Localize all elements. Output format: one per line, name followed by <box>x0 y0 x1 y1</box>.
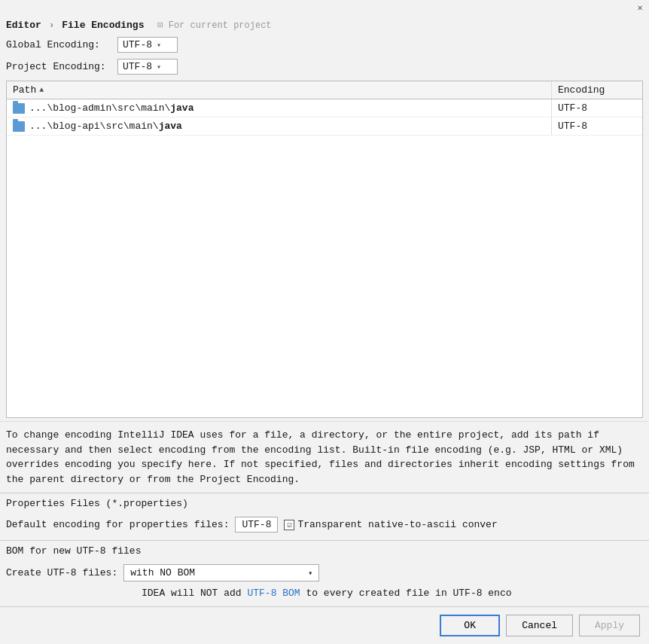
ok-button[interactable]: OK <box>440 615 500 636</box>
bom-note-highlight: UTF-8 BOM <box>247 588 300 599</box>
encoding-cell-2: UTF-8 <box>552 118 642 135</box>
properties-encoding-dropdown[interactable]: UTF-8 <box>235 517 278 533</box>
global-encoding-row: Global Encoding: UTF-8 ▾ <box>6 37 643 53</box>
table-row[interactable]: ...\blog-api\src\main\java UTF-8 <box>7 118 642 136</box>
close-button[interactable]: ✕ <box>634 2 646 14</box>
global-encoding-arrow: ▾ <box>157 41 161 50</box>
project-encoding-value: UTF-8 <box>123 61 152 72</box>
default-encoding-label: Default encoding for properties files: <box>6 519 229 530</box>
cancel-button[interactable]: Cancel <box>506 615 573 636</box>
transparent-checkbox-row: ☑ Transparent native-to-ascii conver <box>284 519 497 530</box>
transparent-label: Transparent native-to-ascii conver <box>297 519 497 530</box>
table-row[interactable]: ...\blog-admin\src\main\java UTF-8 <box>7 99 642 118</box>
bom-dropdown[interactable]: with NO BOM ▾ <box>123 564 319 581</box>
bom-section-title: BOM for new UTF-8 files <box>0 541 649 560</box>
properties-encoding-value: UTF-8 <box>242 519 271 530</box>
global-encoding-label: Global Encoding: <box>6 39 111 50</box>
encoding-table: Path ▲ Encoding ...\blog-admin\src\main\… <box>6 81 643 418</box>
table-header: Path ▲ Encoding <box>7 81 642 99</box>
column-encoding: Encoding <box>552 81 642 99</box>
main-window: ✕ Editor › File Encodings ⊡ For current … <box>0 0 649 644</box>
transparent-checkbox[interactable]: ☑ <box>284 520 294 530</box>
bom-row: Create UTF-8 files: with NO BOM ▾ <box>6 561 643 584</box>
path-text-2: ...\blog-api\src\main\java <box>29 121 182 132</box>
project-encoding-dropdown[interactable]: UTF-8 ▾ <box>117 59 178 75</box>
path-cell-2: ...\blog-api\src\main\java <box>7 118 552 135</box>
info-text: To change encoding IntelliJ IDEA uses fo… <box>6 429 635 485</box>
project-encoding-row: Project Encoding: UTF-8 ▾ <box>6 59 643 75</box>
breadcrumb-separator: › <box>49 20 55 31</box>
path-text-1: ...\blog-admin\src\main\java <box>29 102 193 114</box>
bom-note: IDEA will NOT add UTF-8 BOM to every cre… <box>6 584 643 602</box>
project-encoding-arrow: ▾ <box>157 63 161 72</box>
breadcrumb-part2: File Encodings <box>62 20 144 31</box>
button-bar: OK Cancel Apply <box>0 606 649 644</box>
sort-indicator[interactable]: ▲ <box>39 86 44 94</box>
global-encoding-dropdown[interactable]: UTF-8 ▾ <box>117 37 178 53</box>
folder-icon <box>13 103 25 114</box>
bom-note-suffix: to every created file in UTF-8 enco <box>306 588 511 599</box>
breadcrumb-subtext: ⊡ For current project <box>157 20 271 31</box>
breadcrumb: Editor › File Encodings ⊡ For current pr… <box>0 15 649 34</box>
properties-section-title: Properties Files (*.properties) <box>0 493 649 512</box>
path-cell-1: ...\blog-admin\src\main\java <box>7 99 552 117</box>
bom-dropdown-arrow: ▾ <box>308 569 312 578</box>
breadcrumb-part1: Editor <box>6 20 41 31</box>
bom-dropdown-value: with NO BOM <box>130 567 195 578</box>
folder-icon <box>13 121 25 132</box>
properties-section: Default encoding for properties files: U… <box>0 512 649 540</box>
props-row: Default encoding for properties files: U… <box>6 514 643 536</box>
encoding-cell-1: UTF-8 <box>552 99 642 117</box>
info-section: To change encoding IntelliJ IDEA uses fo… <box>0 421 649 493</box>
bom-note-prefix: IDEA will NOT add <box>142 588 247 599</box>
apply-button[interactable]: Apply <box>579 615 640 636</box>
create-utf8-label: Create UTF-8 files: <box>6 567 117 578</box>
global-encoding-value: UTF-8 <box>123 39 152 50</box>
title-bar: ✕ <box>0 0 649 15</box>
column-path: Path ▲ <box>7 81 552 99</box>
bom-section: Create UTF-8 files: with NO BOM ▾ IDEA w… <box>0 560 649 603</box>
subtext-icon: ⊡ <box>157 20 163 31</box>
project-encoding-label: Project Encoding: <box>6 61 111 72</box>
content-area: Global Encoding: UTF-8 ▾ Project Encodin… <box>0 34 649 421</box>
